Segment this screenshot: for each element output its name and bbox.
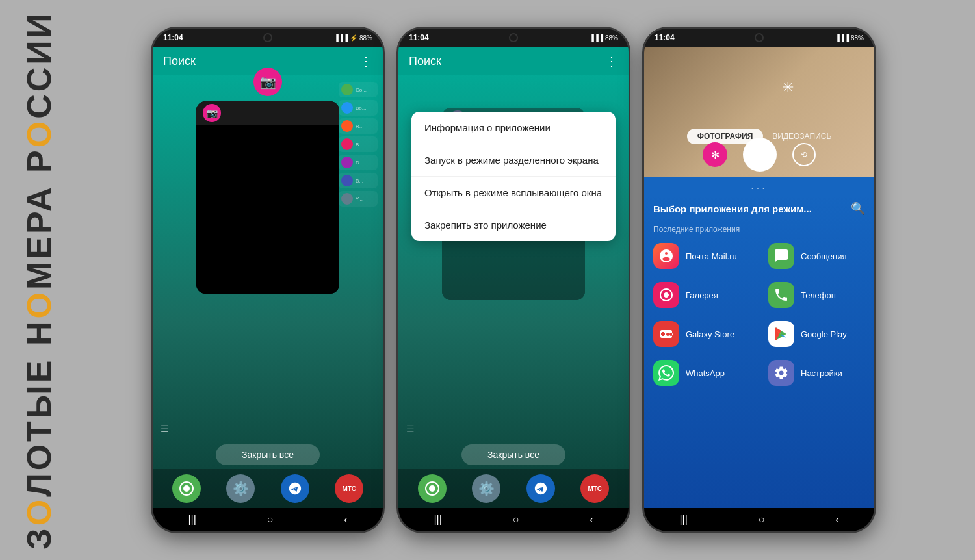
mail-svg — [658, 248, 674, 264]
phone3-time: 11:04 — [655, 33, 675, 42]
phone3-nav-recent[interactable]: ‹ — [835, 514, 838, 526]
app-row-mail[interactable]: Почта Mail.ru — [644, 236, 759, 275]
phone1-time: 11:04 — [163, 33, 183, 42]
signal-icon: ▐▐▐ — [334, 34, 348, 42]
phone2-nav-recent[interactable]: ‹ — [590, 514, 593, 526]
phone1-camera-notch — [263, 33, 272, 42]
context-menu-item-pin[interactable]: Закрепить это приложение — [411, 209, 616, 241]
phone2-home-dock: ⚙️ МТС — [398, 469, 629, 508]
phone1-nav-recent[interactable]: ‹ — [344, 514, 347, 526]
phone1-side-item-3: R... — [339, 118, 378, 134]
side-icon-1 — [341, 84, 353, 95]
phone1-dock-app2[interactable]: ⚙️ — [226, 474, 255, 503]
phone2-nav-home[interactable]: ○ — [513, 514, 519, 526]
cursor-icon: ✳ — [782, 79, 794, 96]
whatsapp-svg — [658, 365, 674, 381]
side-icon-5 — [341, 157, 353, 168]
svg-point-1 — [183, 485, 190, 492]
app-row-gplay[interactable]: Google Play — [759, 314, 874, 353]
phone2-dock-app2[interactable]: ⚙️ — [472, 474, 500, 503]
phone1-main-card[interactable]: 📷 — [196, 101, 339, 294]
signal-icon3: ▐▐▐ — [835, 34, 849, 42]
app-row-phone[interactable]: Телефон — [759, 275, 874, 314]
phone2-dock-app1[interactable] — [418, 474, 447, 503]
signal-icon: ▐▐▐ — [590, 34, 603, 42]
app-row-messages[interactable]: Сообщения — [759, 236, 874, 275]
phone2: 11:04 ▐▐▐ 88% Поиск ⋮ Информация о прило… — [396, 27, 630, 533]
phone1-status-bar: 11:04 ▐▐▐ ⚡ 88% — [153, 29, 383, 47]
msg-svg — [774, 248, 789, 264]
phone3-nav-back[interactable]: ||| — [679, 514, 687, 526]
phone2-top-bar: Поиск ⋮ — [398, 47, 629, 75]
camera-controls: ✻ ⟲ — [644, 138, 874, 172]
telegram-icon2 — [534, 481, 548, 496]
phone2-close-all-button[interactable]: Закрыть все — [462, 444, 566, 465]
phone-icon — [768, 282, 794, 308]
phone1-card-header: 📷 — [196, 101, 339, 125]
context-menu-item-popup[interactable]: Открыть в режиме всплывающего окна — [411, 177, 616, 209]
phone2-time: 11:04 — [409, 33, 429, 42]
phone3: 11:04 ▐▐▐ 88% ✳ ФОТОГРАФИЯ ВИДЕОЗАПИСЬ ✻… — [642, 27, 876, 533]
gplay-label: Google Play — [801, 329, 847, 339]
mail-icon — [653, 243, 679, 269]
phone2-search-label: Поиск — [409, 55, 441, 68]
phone1-side-item-7: Y... — [339, 191, 378, 207]
app-row-gallery[interactable]: Галерея — [644, 275, 759, 314]
app-row-settings[interactable]: Настройки — [759, 353, 874, 392]
phone1-home-dock: ⚙️ МТС — [153, 469, 383, 508]
gplay-svg — [774, 326, 789, 342]
phone2-recent-bottom: Закрыть все — [398, 438, 629, 469]
messages-icon — [768, 243, 794, 269]
phone3-camera-notch — [755, 33, 764, 42]
phone1-recent-screen: Поиск ⋮ 📷 📷 — [153, 47, 383, 508]
phone1-side-item-1: Со... — [339, 82, 378, 97]
app-select-header: Выбор приложения для режим... 🔍 — [644, 195, 874, 222]
gallery-svg — [658, 287, 674, 303]
phone2-camera-notch — [509, 33, 518, 42]
phone2-dock-app3[interactable] — [526, 474, 555, 503]
phone1-nav-home[interactable]: ○ — [267, 514, 274, 526]
phone3-nav-home[interactable]: ○ — [759, 514, 765, 526]
app-section-label: Последние приложения — [644, 222, 874, 236]
screencap-app-icon: 📷 — [254, 68, 282, 96]
phone3-status-icons: ▐▐▐ 88% — [835, 34, 864, 42]
phone1-dock-app1[interactable] — [172, 474, 201, 503]
phone2-nav-back[interactable]: ||| — [434, 514, 441, 526]
phone2-recent-screen: Поиск ⋮ Информация о приложении Запуск в… — [398, 47, 629, 508]
camera-flip-button[interactable]: ⟲ — [792, 143, 816, 166]
phone1-search-label: Поиск — [163, 55, 196, 68]
phone1-menu-icon[interactable]: ⋮ — [359, 53, 372, 69]
context-menu-item-info[interactable]: Информация о приложении — [411, 112, 616, 144]
battery-icon: 88% — [605, 34, 618, 42]
side-icon-7 — [341, 193, 353, 205]
app-row-galaxy[interactable]: Galaxy Store — [644, 314, 759, 353]
battery-icon3: 88% — [851, 34, 864, 42]
phone2-dock-app4[interactable]: МТС — [580, 474, 609, 503]
camera-shutter-button[interactable] — [743, 138, 777, 172]
phone2-menu-icon[interactable]: ⋮ — [605, 53, 618, 69]
phone3-status-bar: 11:04 ▐▐▐ 88% — [644, 29, 874, 47]
phone3-nav-bar: ||| ○ ‹ — [644, 508, 874, 531]
divider-dots: ... — [751, 180, 767, 192]
phone1-close-all-button[interactable]: Закрыть все — [216, 444, 320, 465]
side-icon-4 — [341, 138, 353, 150]
sound-icon2 — [424, 481, 440, 496]
watermark: ЗОЛОТЫЕ НОМЕРА РОССИИ — [0, 0, 78, 560]
phone1-side-item-6: B... — [339, 173, 378, 188]
app-select-search-icon[interactable]: 🔍 — [851, 201, 865, 216]
camera-effect-button[interactable]: ✻ — [703, 142, 727, 167]
phone1-dock-app3[interactable] — [281, 474, 309, 503]
phone1-dock-app4[interactable]: МТС — [335, 474, 363, 503]
mts-label: МТС — [342, 485, 356, 492]
phone2-context-menu: Информация о приложении Запуск в режиме … — [411, 112, 616, 241]
settings-svg — [774, 365, 789, 381]
settings-label: Настройки — [801, 368, 842, 378]
context-menu-item-split[interactable]: Запуск в режиме разделенного экрана — [411, 144, 616, 177]
gplay-icon — [768, 321, 794, 347]
list-icon: ☰ — [161, 424, 169, 434]
app-row-whatsapp[interactable]: WhatsApp — [644, 353, 759, 392]
phone2-nav-bar: ||| ○ ‹ — [398, 508, 629, 531]
wifi-icon: ⚡ — [350, 34, 358, 42]
phone1-nav-bar: ||| ○ ‹ — [153, 508, 383, 531]
phone1-nav-back[interactable]: ||| — [188, 514, 196, 526]
